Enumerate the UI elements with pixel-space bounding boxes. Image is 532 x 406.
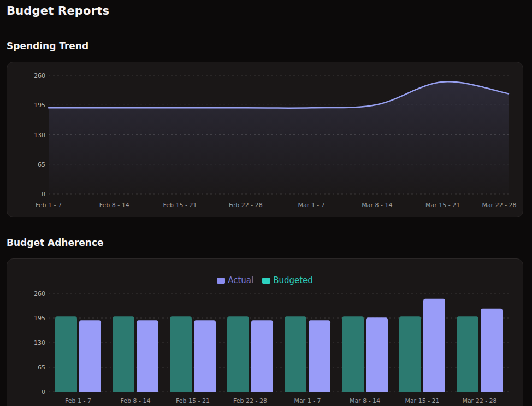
actual-bar bbox=[423, 299, 445, 392]
budgeted-bar bbox=[285, 316, 306, 392]
x-tick-label: Feb 1 - 7 bbox=[36, 202, 62, 209]
actual-bar bbox=[137, 320, 158, 392]
y-tick-label: 195 bbox=[34, 315, 45, 322]
page-title: Budget Reports bbox=[7, 4, 109, 17]
x-tick-label: Feb 15 - 21 bbox=[176, 397, 210, 404]
x-tick-label: Feb 8 - 14 bbox=[99, 202, 129, 209]
spending-trend-chart: 065130195260Feb 1 - 7Feb 8 - 14Feb 15 - … bbox=[7, 62, 523, 217]
x-tick-label: Feb 8 - 14 bbox=[121, 397, 151, 404]
y-tick-label: 195 bbox=[34, 102, 45, 109]
y-tick-label: 0 bbox=[42, 389, 45, 396]
budgeted-bar bbox=[342, 316, 364, 392]
section-heading-budget-adherence: Budget Adherence bbox=[7, 237, 104, 248]
y-tick-label: 260 bbox=[34, 72, 45, 79]
x-tick-label: Feb 22 - 28 bbox=[233, 397, 267, 404]
x-tick-label: Mar 1 - 7 bbox=[294, 397, 321, 404]
y-tick-label: 130 bbox=[34, 339, 45, 346]
actual-bar bbox=[251, 320, 273, 392]
x-tick-label: Mar 8 - 14 bbox=[362, 202, 392, 209]
budgeted-bar bbox=[55, 316, 77, 392]
budget-adherence-chart: 065130195260Feb 1 - 7Feb 8 - 14Feb 15 - … bbox=[7, 259, 523, 406]
y-tick-label: 130 bbox=[34, 132, 45, 139]
section-heading-spending-trend: Spending Trend bbox=[7, 40, 88, 51]
budgeted-bar bbox=[170, 316, 192, 392]
budget-adherence-card: ActualBudgeted 065130195260Feb 1 - 7Feb … bbox=[7, 258, 523, 406]
x-tick-label: Mar 8 - 14 bbox=[350, 397, 380, 404]
y-tick-label: 260 bbox=[34, 290, 45, 297]
x-tick-label: Mar 15 - 21 bbox=[405, 397, 439, 404]
x-tick-label: Mar 22 - 28 bbox=[462, 397, 496, 404]
x-tick-label: Feb 22 - 28 bbox=[229, 202, 263, 209]
actual-bar bbox=[366, 317, 388, 392]
y-tick-label: 65 bbox=[38, 161, 45, 168]
budgeted-bar bbox=[227, 316, 249, 392]
budget-reports-page: { "page": { "title": "Budget Reports", "… bbox=[0, 0, 532, 406]
budgeted-bar bbox=[399, 316, 421, 392]
spending-area-fill bbox=[49, 81, 509, 194]
actual-bar bbox=[481, 309, 503, 392]
y-tick-label: 0 bbox=[42, 191, 45, 198]
y-tick-label: 65 bbox=[38, 364, 45, 371]
actual-bar bbox=[194, 320, 216, 392]
budgeted-bar bbox=[113, 316, 134, 392]
x-tick-label: Mar 15 - 21 bbox=[425, 202, 460, 209]
x-tick-label: Feb 1 - 7 bbox=[65, 397, 91, 404]
actual-bar bbox=[79, 320, 101, 392]
x-tick-label: Mar 1 - 7 bbox=[298, 202, 325, 209]
x-tick-label: Mar 22 - 28 bbox=[482, 202, 516, 209]
actual-bar bbox=[309, 320, 330, 392]
x-tick-label: Feb 15 - 21 bbox=[163, 202, 197, 209]
spending-trend-card: 065130195260Feb 1 - 7Feb 8 - 14Feb 15 - … bbox=[7, 62, 523, 217]
budgeted-bar bbox=[457, 316, 478, 392]
